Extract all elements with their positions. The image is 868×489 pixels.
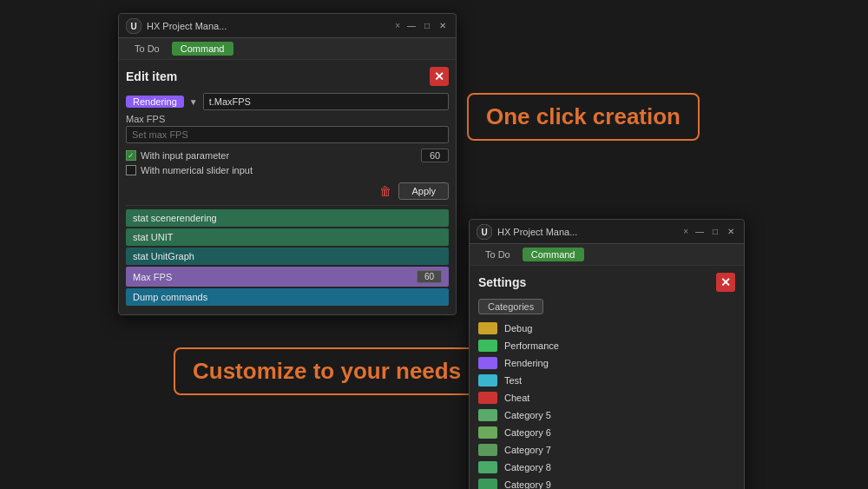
tabbar-1: To Do Command bbox=[119, 38, 456, 60]
category-name: Test bbox=[504, 375, 522, 386]
category-name: Category 5 bbox=[504, 410, 551, 420]
list-item[interactable]: Category 8 bbox=[478, 459, 735, 476]
action-row: 🗑 Apply bbox=[126, 182, 449, 200]
window1-minimize-button[interactable]: — bbox=[405, 20, 418, 32]
apply-button-1[interactable]: Apply bbox=[398, 182, 449, 200]
category-name: Category 8 bbox=[504, 462, 551, 472]
command-input-field[interactable] bbox=[203, 93, 449, 110]
cmd-item-label: stat UNIT bbox=[133, 232, 173, 242]
cmd-item-label: stat UnitGraph bbox=[133, 251, 194, 261]
list-item[interactable]: Category 6 bbox=[478, 424, 735, 441]
tag-command-row: Rendering ▼ bbox=[126, 93, 449, 110]
list-item[interactable]: Performance bbox=[478, 337, 735, 354]
window1-separator: × bbox=[395, 21, 400, 30]
window1-close-button[interactable]: ✕ bbox=[437, 20, 449, 32]
list-item[interactable]: stat UnitGraph bbox=[126, 248, 449, 265]
svg-text:U: U bbox=[481, 228, 487, 237]
checkbox-input-param[interactable]: ✓ bbox=[126, 150, 136, 161]
window2-title: HX Project Mana... bbox=[497, 227, 681, 237]
window2-separator: × bbox=[683, 227, 688, 236]
category-name: Category 9 bbox=[504, 479, 551, 489]
annotation-one-click-text: One click creation bbox=[486, 103, 681, 129]
category-name: Category 7 bbox=[504, 445, 551, 455]
settings-title: Settings bbox=[478, 275, 526, 289]
category-name: Performance bbox=[504, 340, 559, 351]
field-label: Max FPS bbox=[126, 114, 449, 124]
cmd-value-badge: 60 bbox=[417, 270, 442, 283]
window-edit-item: U HX Project Mana... × — □ ✕ To Do Comma… bbox=[118, 13, 457, 315]
window1-content: Edit item ✕ Rendering ▼ Max FPS ✓ With i… bbox=[119, 60, 456, 314]
tab-command-1[interactable]: Command bbox=[172, 42, 233, 56]
category-color-swatch bbox=[478, 357, 497, 369]
trash-icon[interactable]: 🗑 bbox=[379, 184, 391, 198]
settings-close-button[interactable]: ✕ bbox=[716, 273, 735, 292]
window1-maximize-button[interactable]: □ bbox=[421, 20, 433, 32]
edit-item-header: Edit item ✕ bbox=[126, 67, 449, 86]
tab-todo-1[interactable]: To Do bbox=[126, 42, 168, 56]
edit-item-title: Edit item bbox=[126, 69, 177, 83]
category-color-swatch bbox=[478, 340, 497, 352]
window2-minimize-button[interactable]: — bbox=[694, 226, 706, 238]
category-color-swatch bbox=[478, 409, 497, 421]
rendering-tag[interactable]: Rendering bbox=[126, 96, 184, 108]
list-item[interactable]: Cheat bbox=[478, 389, 735, 406]
cmd-item-label: Dump commands bbox=[133, 292, 207, 302]
checkbox2-label: With numerical slider input bbox=[141, 165, 253, 175]
edit-item-close-button[interactable]: ✕ bbox=[430, 67, 449, 86]
window-settings: U HX Project Mana... × — □ ✕ To Do Comma… bbox=[469, 219, 745, 489]
category-color-swatch bbox=[478, 426, 497, 439]
window2-close-button[interactable]: ✕ bbox=[725, 226, 737, 238]
titlebar-1: U HX Project Mana... × — □ ✕ bbox=[119, 14, 456, 38]
category-name: Cheat bbox=[504, 393, 529, 403]
cmd-item-label: stat scenerendering bbox=[133, 213, 217, 223]
tag-arrow-icon: ▼ bbox=[189, 97, 198, 107]
checkbox1-label: With input parameter bbox=[141, 150, 229, 161]
checkbox-with-input: ✓ With input parameter bbox=[126, 150, 229, 161]
settings-header: Settings ✕ bbox=[470, 266, 744, 295]
svg-text:U: U bbox=[130, 22, 136, 31]
category-name: Debug bbox=[504, 323, 532, 334]
list-item[interactable]: Dump commands bbox=[126, 288, 449, 306]
checkbox-row-2: With numerical slider input bbox=[126, 165, 449, 175]
category-list: Debug Performance Rendering Test Cheat C… bbox=[470, 320, 744, 489]
field-value-input[interactable] bbox=[126, 126, 449, 143]
checkmark-icon: ✓ bbox=[128, 151, 135, 160]
category-color-swatch bbox=[478, 322, 497, 334]
annotation-one-click: One click creation bbox=[467, 93, 700, 141]
category-name: Rendering bbox=[504, 358, 549, 368]
tab-todo-2[interactable]: To Do bbox=[477, 248, 519, 261]
titlebar-2: U HX Project Mana... × — □ ✕ bbox=[470, 220, 744, 244]
list-item[interactable]: Category 5 bbox=[478, 406, 735, 424]
command-list: stat scenerendering stat UNIT stat UnitG… bbox=[126, 205, 449, 306]
window2-maximize-button[interactable]: □ bbox=[709, 226, 721, 238]
checkbox-slider: With numerical slider input bbox=[126, 165, 253, 175]
checkbox-numerical-slider[interactable] bbox=[126, 165, 136, 175]
tab-command-2[interactable]: Command bbox=[523, 248, 584, 261]
ue-logo-icon-2: U bbox=[477, 224, 492, 240]
cmd-item-label: Max FPS bbox=[133, 272, 172, 282]
window1-title: HX Project Mana... bbox=[147, 21, 393, 31]
param-value[interactable]: 60 bbox=[421, 149, 449, 162]
list-item[interactable]: stat scenerendering bbox=[126, 209, 449, 227]
tabbar-2: To Do Command bbox=[470, 244, 744, 266]
ue-logo-icon: U bbox=[126, 18, 141, 34]
category-color-swatch bbox=[478, 444, 497, 456]
list-item[interactable]: stat UNIT bbox=[126, 228, 449, 246]
list-item[interactable]: Debug bbox=[478, 320, 735, 337]
category-color-swatch bbox=[478, 461, 497, 473]
list-item[interactable]: Max FPS 60 bbox=[126, 267, 449, 287]
categories-button[interactable]: Categories bbox=[478, 299, 543, 314]
annotation-customize-text: Customize to your needs bbox=[193, 358, 461, 384]
checkbox-row-1: ✓ With input parameter 60 bbox=[126, 149, 449, 162]
category-color-swatch bbox=[478, 374, 497, 387]
cmd-item-with-value: Max FPS 60 bbox=[133, 270, 442, 283]
category-color-swatch bbox=[478, 392, 497, 404]
category-name: Category 6 bbox=[504, 427, 551, 438]
list-item[interactable]: Rendering bbox=[478, 354, 735, 372]
list-item[interactable]: Category 7 bbox=[478, 441, 735, 459]
list-item[interactable]: Test bbox=[478, 372, 735, 389]
list-item[interactable]: Category 9 bbox=[478, 476, 735, 489]
category-color-swatch bbox=[478, 479, 497, 489]
annotation-customize: Customize to your needs bbox=[174, 347, 480, 395]
